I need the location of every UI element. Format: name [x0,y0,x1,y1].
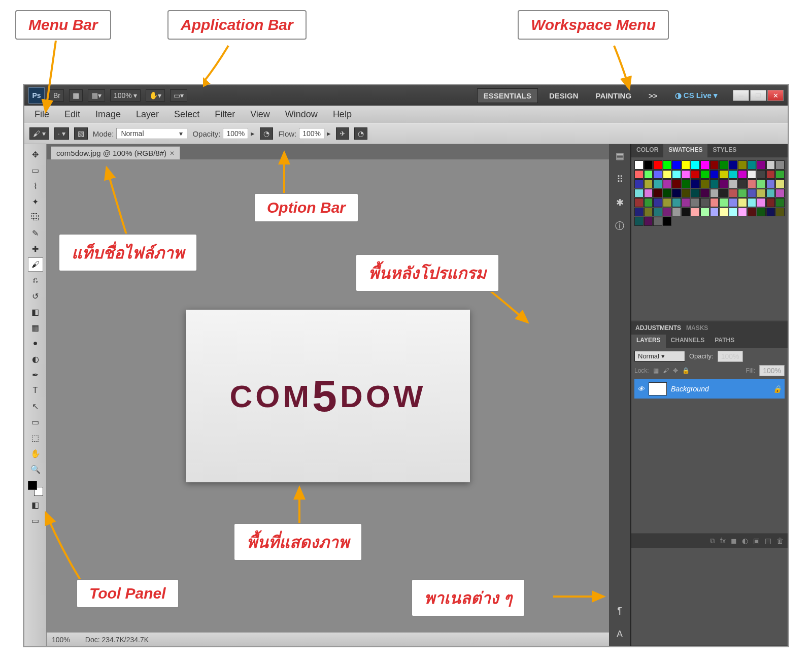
zoom-tool[interactable]: 🔍 [28,462,43,476]
pen-tool[interactable]: ✒ [28,368,43,382]
swatch[interactable] [691,179,700,188]
layer-item-background[interactable]: 👁 Background 🔒 [634,379,785,399]
menu-view[interactable]: View [243,107,277,122]
swatch[interactable] [682,160,691,170]
layer-opacity-input[interactable]: 100% [718,351,743,362]
marquee-tool[interactable]: ▭ [28,163,43,177]
swatch[interactable] [672,208,681,217]
swatch[interactable] [766,198,775,207]
swatch[interactable] [700,179,709,188]
swatch[interactable] [672,179,681,188]
group-icon[interactable]: ▣ [753,537,760,545]
swatch[interactable] [700,160,709,170]
brush-tool[interactable]: 🖌 [28,257,43,272]
swatch[interactable] [634,217,644,226]
swatch[interactable] [738,208,747,217]
new-layer-icon[interactable]: ▤ [765,537,771,545]
blur-tool[interactable]: ● [28,336,43,350]
swatch[interactable] [634,198,644,207]
swatch[interactable] [653,170,662,179]
swatch[interactable] [775,160,785,170]
swatch[interactable] [738,189,747,198]
swatch[interactable] [634,160,644,170]
swatch[interactable] [700,208,709,217]
swatch[interactable] [766,160,775,170]
swatch[interactable] [644,208,653,217]
swatch[interactable] [748,170,757,179]
history-panel-icon[interactable]: ▤ [613,149,626,162]
swatch[interactable] [775,208,785,217]
visibility-icon[interactable]: 👁 [637,385,645,393]
swatch[interactable] [634,189,644,198]
swatch[interactable] [653,198,662,207]
swatch[interactable] [672,160,681,170]
menu-image[interactable]: Image [88,107,128,122]
swatch[interactable] [775,170,785,179]
hand-tool[interactable]: ✋ [28,446,43,460]
menu-select[interactable]: Select [167,107,207,122]
swatch[interactable] [710,170,719,179]
brush-panel-icon[interactable]: ▧ [74,127,88,140]
menu-layer[interactable]: Layer [129,107,166,122]
workspace-painting[interactable]: PAINTING [590,89,638,103]
swatch[interactable] [719,189,728,198]
swatch[interactable] [653,179,662,188]
trash-icon[interactable]: 🗑 [776,537,784,545]
mini-bridge-icon[interactable]: ▦ [69,89,83,102]
adjustments-panel-header[interactable]: ADJUSTMENTS MASKS [631,321,788,335]
swatch[interactable] [644,179,653,188]
swatch[interactable] [748,208,757,217]
swatch[interactable] [672,170,681,179]
path-tool[interactable]: ↖ [28,399,43,413]
swatch[interactable] [663,179,672,188]
close-button[interactable]: ✕ [767,90,784,101]
swatch[interactable] [757,208,766,217]
document-tab[interactable]: com5dow.jpg @ 100% (RGB/8#)✕ [51,146,180,159]
swatch[interactable] [748,198,757,207]
mode-select[interactable]: Normal▾ [116,128,187,139]
hand-icon[interactable]: ✋▾ [146,89,165,102]
swatch[interactable] [644,198,653,207]
canvas[interactable]: COM5DOW [186,310,470,482]
swatch[interactable] [757,198,766,207]
swatch[interactable] [748,160,757,170]
history-brush-tool[interactable]: ↺ [28,289,43,303]
swatch[interactable] [729,198,738,207]
swatch[interactable] [682,208,691,217]
swatch[interactable] [644,170,653,179]
screenmode-tool[interactable]: ▭ [28,513,43,527]
swatch[interactable] [663,170,672,179]
swatch[interactable] [738,198,747,207]
swatch[interactable] [653,160,662,170]
swatch[interactable] [766,170,775,179]
swatch[interactable] [729,208,738,217]
maximize-button[interactable]: ☐ [750,90,766,101]
fill-input[interactable]: 100% [759,365,785,376]
swatch[interactable] [644,189,653,198]
zoom-level[interactable]: 100% ▾ [110,89,141,102]
swatch[interactable] [700,170,709,179]
masks-tab[interactable]: MASKS [686,324,708,332]
swatch[interactable] [748,179,757,188]
flow-input[interactable]: 100% [299,128,324,139]
brush-preset-picker[interactable]: · ▾ [54,127,69,140]
canvas-background[interactable]: COM5DOW [47,159,609,633]
swatch[interactable] [663,217,672,226]
swatch[interactable] [691,170,700,179]
swatch[interactable] [634,208,644,217]
swatch[interactable] [757,160,766,170]
swatches-grid[interactable] [631,157,788,229]
screen-mode-icon[interactable]: ▭▾ [170,89,187,102]
swatch[interactable] [775,198,785,207]
airbrush-icon[interactable]: ✈ [336,127,349,140]
swatch[interactable] [672,189,681,198]
swatch[interactable] [719,208,728,217]
menu-filter[interactable]: Filter [208,107,242,122]
swatch[interactable] [682,198,691,207]
opacity-stepper[interactable]: ▸ [251,129,255,138]
swatch[interactable] [663,208,672,217]
color-swatches[interactable] [28,481,43,496]
menu-help[interactable]: Help [326,107,359,122]
close-tab-icon[interactable]: ✕ [170,150,175,157]
view-extras-icon[interactable]: ▦▾ [88,89,105,102]
